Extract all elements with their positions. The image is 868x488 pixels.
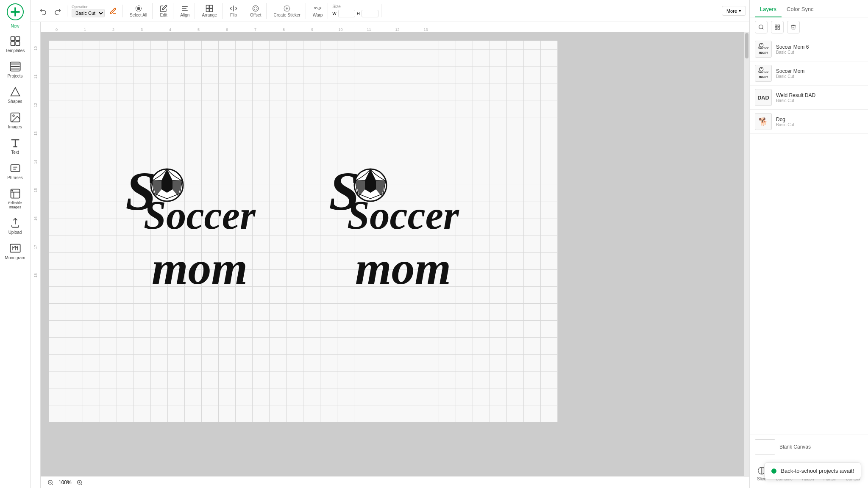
layer-item-soccer-mom[interactable]: Soccer mom Soccer Mom Basic Cut: [750, 61, 868, 86]
scrollbar-thumb[interactable]: [745, 33, 748, 58]
search-icon: [758, 24, 764, 30]
arrange-button[interactable]: Arrange: [199, 3, 220, 19]
tab-color-sync[interactable]: Color Sync: [782, 0, 819, 17]
arrange-icon: [206, 5, 213, 12]
layer-type-4: Basic Cut: [776, 122, 863, 127]
sidebar-item-images[interactable]: Images: [2, 108, 29, 133]
offset-icon: [252, 5, 259, 12]
canvas-content: Soccer mom S: [49, 41, 558, 422]
arrange-label: Arrange: [202, 13, 217, 17]
operation-select[interactable]: Basic Cut: [72, 9, 105, 17]
sidebar-item-projects[interactable]: Projects: [2, 57, 29, 82]
delete-layer-button[interactable]: [787, 21, 800, 33]
canvas-scroll[interactable]: Soccer mom S: [41, 32, 749, 476]
editable-images-label: EditableImages: [8, 201, 22, 209]
canvas-area: 0 1 2 3 4 5 6 7 8 9 10 11 12 13 10 11 12: [31, 22, 749, 488]
sidebar-item-editable-images[interactable]: EditableImages: [2, 184, 29, 213]
select-all-label: Select All: [130, 13, 147, 17]
redo-button[interactable]: [51, 6, 64, 17]
toast-indicator: [771, 469, 776, 474]
select-all-group: Select All: [125, 3, 153, 19]
new-button[interactable]: [7, 3, 24, 20]
projects-label: Projects: [7, 74, 22, 78]
left-sidebar: New Templates Projects Shapes Images Tex…: [0, 0, 31, 488]
vertical-scrollbar[interactable]: [744, 32, 749, 476]
new-label: New: [11, 24, 19, 28]
more-button[interactable]: More ▾: [722, 6, 746, 16]
svg-point-14: [137, 7, 140, 10]
sidebar-item-shapes[interactable]: Shapes: [2, 83, 29, 107]
layer-item-weld-result[interactable]: DAD Weld Result DAD Basic Cut: [750, 86, 868, 110]
width-input[interactable]: [338, 10, 355, 17]
layer-thumb-dog: 🐕: [755, 113, 772, 130]
select-all-button[interactable]: Select All: [127, 3, 150, 19]
svg-text:DAD: DAD: [757, 94, 769, 101]
flip-button[interactable]: Flip: [227, 3, 240, 19]
layer-thumb-soccer-mom: Soccer mom: [755, 65, 772, 82]
sidebar-item-monogram[interactable]: Monogram: [2, 239, 29, 263]
svg-text:Soccer: Soccer: [758, 46, 769, 50]
tab-layers[interactable]: Layers: [755, 0, 782, 17]
svg-text:mom: mom: [152, 242, 248, 294]
grid-view-button[interactable]: [771, 21, 784, 33]
undo-button[interactable]: [36, 6, 50, 17]
layer-item-dog[interactable]: 🐕 Dog Basic Cut: [750, 110, 868, 134]
right-panel: Layers Color Sync Soccer: [749, 0, 868, 488]
layer-thumb-soccer-mom-6: Soccer mom: [755, 41, 772, 58]
flip-icon: [230, 5, 237, 12]
zoom-out-button[interactable]: [46, 478, 55, 487]
blank-canvas-row[interactable]: Blank Canvas: [750, 435, 868, 459]
layer-name-4: Dog: [776, 116, 863, 122]
soccer-mom-design-2[interactable]: Soccer mom S: [320, 163, 490, 300]
flip-label: Flip: [230, 13, 237, 17]
layer-type-1: Basic Cut: [776, 50, 863, 55]
svg-rect-26: [320, 7, 321, 8]
layer-preview-1: Soccer mom: [757, 42, 770, 56]
edit-button[interactable]: Edit: [157, 3, 170, 19]
text-label: Text: [11, 150, 19, 155]
sidebar-item-templates[interactable]: Templates: [2, 32, 29, 56]
chevron-down-icon: ▾: [739, 8, 741, 14]
upload-icon: [9, 217, 21, 229]
layer-info-2: Soccer Mom Basic Cut: [776, 68, 863, 79]
editable-images-icon: [9, 188, 21, 200]
warp-button[interactable]: Warp: [310, 3, 326, 19]
select-all-icon: [135, 5, 142, 12]
create-sticker-button[interactable]: Create Sticker: [271, 3, 303, 19]
toast-notification[interactable]: Back-to-school projects await!: [764, 462, 861, 480]
svg-rect-18: [206, 5, 209, 8]
operation-select-group: Operation Basic Cut: [72, 5, 105, 17]
layer-item-soccer-mom-6[interactable]: Soccer mom Soccer Mom 6 Basic Cut: [750, 37, 868, 61]
layer-info-4: Dog Basic Cut: [776, 116, 863, 127]
templates-label: Templates: [6, 48, 25, 53]
redo-icon: [54, 7, 61, 15]
soccer-mom-design-1[interactable]: Soccer mom S: [117, 163, 287, 300]
edit-group: Edit: [154, 3, 173, 19]
svg-text:mom: mom: [355, 242, 451, 294]
sidebar-item-upload[interactable]: Upload: [2, 214, 29, 238]
text-icon: [9, 137, 21, 149]
zoom-level: 100%: [58, 480, 72, 485]
blank-canvas-label: Blank Canvas: [779, 444, 811, 450]
svg-text:🐕: 🐕: [759, 117, 768, 126]
ruler-corner: [31, 22, 41, 32]
undo-icon: [39, 7, 47, 15]
svg-rect-21: [210, 8, 213, 11]
sidebar-item-text[interactable]: Text: [2, 133, 29, 158]
svg-line-36: [52, 483, 53, 485]
offset-button[interactable]: Offset: [248, 3, 264, 19]
align-group: Align: [175, 3, 195, 19]
align-button[interactable]: Align: [178, 3, 192, 19]
svg-text:S: S: [125, 163, 156, 222]
soccer-mom-svg-2: Soccer mom S: [320, 163, 490, 299]
layer-thumb-weld: DAD: [755, 89, 772, 106]
svg-rect-9: [11, 165, 19, 172]
projects-icon: [9, 61, 21, 72]
create-sticker-icon: [283, 5, 291, 12]
height-input[interactable]: [362, 10, 378, 17]
zoom-in-button[interactable]: [75, 478, 84, 487]
search-layers-button[interactable]: [755, 21, 768, 33]
images-icon: [9, 111, 21, 123]
sidebar-item-phrases[interactable]: Phrases: [2, 159, 29, 183]
pen-tool-button[interactable]: [106, 6, 120, 17]
